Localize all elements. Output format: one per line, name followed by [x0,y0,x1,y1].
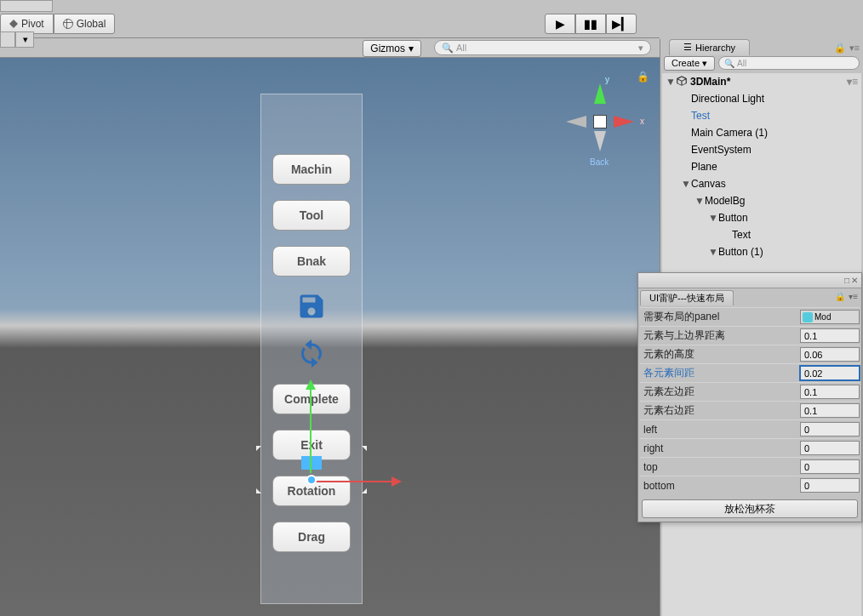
playback-controls: ▶ ▮▮ ▶▎ [545,14,637,34]
top-left-tab [0,0,53,12]
scene-tab-dropdown[interactable]: ▾ [15,31,34,48]
btn-label: Bnak [297,254,326,268]
gizmo-cube[interactable] [593,115,607,128]
window-tabrow: UI雷驴---快速布局 🔒 ▾≡ [638,288,861,305]
gizmo-y-axis[interactable] [594,83,606,104]
scene-header: ▾ Gizmos ▾ 🔍 All ▾ [0,37,660,58]
gizmos-dropdown[interactable]: Gizmos ▾ [363,40,421,57]
object-field[interactable]: Mod [800,310,860,324]
prop-row: 元素的高度0.06 [640,345,860,363]
gizmo-left-cone[interactable] [566,116,586,128]
scene-viewport[interactable]: 🔒 y x Back Machin Tool Bnak [0,58,660,616]
search-icon: 🔍 [724,59,734,68]
btn-label: Machin [291,163,332,176]
scene-tab-left[interactable] [0,31,15,48]
object-name: Mod [814,312,831,322]
foldout-icon[interactable]: ▼ [681,178,691,190]
hierarchy-tab[interactable]: ☰ Hierarchy [669,39,750,55]
tree-item[interactable]: Plane [662,158,861,175]
chevron-down-icon: ▾ [702,58,707,69]
gizmo-down-cone[interactable] [594,131,606,151]
scene-row[interactable]: ▼ 3DMain* ▾≡ [662,73,861,90]
ui-button-machin[interactable]: Machin [272,154,351,185]
selection-tri-tl [256,446,261,456]
prop-label: bottom [640,480,800,492]
lock-icon[interactable]: 🔒 [835,292,845,301]
float-input[interactable]: 0 [800,478,860,493]
run-layout-button[interactable]: 放松泡杯茶 [642,499,858,518]
tree-item[interactable]: Directional Light [662,90,861,107]
search-icon: 🔍 [442,43,454,54]
float-input[interactable]: 0.1 [800,403,860,418]
window-body: 需要布局的panel Mod 元素与上边界距离0.1 元素的高度0.06 各元素… [638,305,861,522]
create-label: Create [672,58,700,68]
selection-center-dot[interactable] [306,475,317,485]
tree-item[interactable]: Main Camera (1) [662,124,861,141]
orientation-gizmo[interactable]: y x Back [566,83,634,160]
float-input[interactable]: 0.1 [800,328,860,343]
float-input[interactable]: 0.06 [800,347,860,362]
ui-button-save[interactable] [294,292,329,322]
item-label: Button [718,212,748,224]
play-button[interactable]: ▶ [545,14,575,34]
scene-search-placeholder: All [456,43,638,53]
window-titlebar[interactable]: □ ✕ [638,273,861,288]
window-controls: □ ✕ [844,276,858,285]
float-input[interactable]: 0.1 [800,385,860,399]
ui-button-tool[interactable]: Tool [272,200,351,231]
prop-row: 需要布局的panel Mod [640,307,860,326]
tree-item[interactable]: Test [662,107,861,124]
pivot-label: Pivot [21,18,44,30]
float-input[interactable]: 0 [800,422,860,436]
layout-tool-window[interactable]: □ ✕ UI雷驴---快速布局 🔒 ▾≡ 需要布局的panel Mod 元素与上… [637,272,862,522]
context-menu-icon[interactable]: ▾≡ [849,43,860,54]
hierarchy-search[interactable]: 🔍 All [718,56,860,70]
item-label: Main Camera (1) [691,127,768,139]
ui-button-drag[interactable]: Drag [272,522,351,552]
foldout-icon[interactable]: ▼ [666,76,676,88]
pause-button[interactable]: ▮▮ [575,14,606,34]
scene-search[interactable]: 🔍 All ▾ [434,40,651,55]
ui-button-reset[interactable] [294,338,329,368]
chevron-down-icon[interactable]: ▾≡ [847,76,858,88]
lock-icon[interactable]: 🔒 [834,43,846,54]
item-label: EventSystem [691,144,752,156]
tree-item[interactable]: Text [662,226,861,243]
prop-row: 元素右边距0.1 [640,401,860,419]
tree-item[interactable]: ▼Button (1) [662,243,861,260]
scene-name: 3DMain* [690,76,730,88]
step-button[interactable]: ▶▎ [606,14,637,34]
global-button[interactable]: Global [54,14,116,34]
tree-item[interactable]: ▼ModelBg [662,192,861,209]
item-label: Plane [691,161,717,173]
create-dropdown[interactable]: Create ▾ [664,56,715,71]
svg-marker-1 [306,379,316,390]
tree-item[interactable]: ▼Canvas [662,175,861,192]
canvas-panel[interactable]: Machin Tool Bnak Complete Exit Rotation … [260,94,363,604]
prop-label: left [640,424,800,436]
lock-icon[interactable]: 🔒 [637,71,649,83]
gizmos-label: Gizmos [370,43,405,54]
ui-button-bnak[interactable]: Bnak [272,246,351,277]
foldout-icon[interactable]: ▼ [708,212,718,224]
context-menu-icon[interactable]: ▾≡ [849,292,858,301]
maximize-icon[interactable]: □ [844,276,849,285]
float-input[interactable]: 0.02 [800,366,860,380]
float-input[interactable]: 0 [800,441,860,455]
foldout-icon[interactable]: ▼ [694,195,705,207]
float-input[interactable]: 0 [800,459,860,474]
tree-item[interactable]: ▼Button [662,209,861,226]
unity-icon [676,75,688,89]
chevron-down-icon: ▾ [409,43,414,54]
window-tab[interactable]: UI雷驴---快速布局 [640,290,734,305]
close-icon[interactable]: ✕ [851,276,858,285]
foldout-icon[interactable]: ▼ [708,246,718,258]
prop-label: 元素左边距 [640,385,800,399]
tree-item[interactable]: EventSystem [662,141,861,158]
chevron-down-icon: ▾ [638,43,643,54]
item-label: Text [732,229,751,241]
hierarchy-title: Hierarchy [695,43,735,53]
prop-label: 元素右边距 [640,403,800,418]
step-icon: ▶▎ [612,17,631,31]
gizmo-x-axis[interactable] [614,116,634,128]
